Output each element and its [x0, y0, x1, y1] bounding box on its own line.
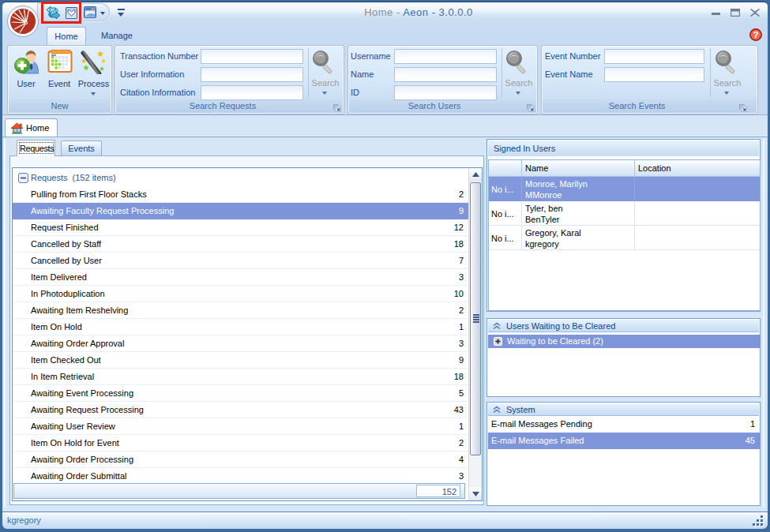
svg-text:?: ? [753, 30, 759, 39]
